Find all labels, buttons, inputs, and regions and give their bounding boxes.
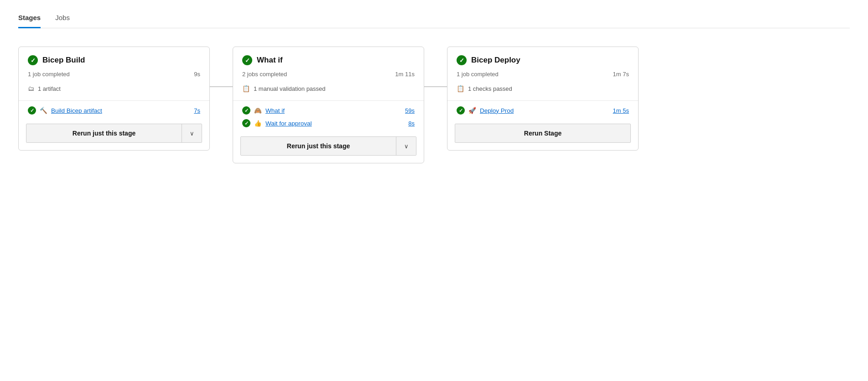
job-row-wait-for-approval: 👍 Wait for approval 8s [242, 119, 415, 127]
stage-duration-bicep-deploy: 1m 7s [613, 71, 629, 78]
stage-info-text-bicep-build: 1 artifact [38, 85, 61, 92]
job-row-what-if-job: 🙈 What if 59s [242, 106, 415, 115]
stage-meta-bicep-build: 1 job completed 9s [28, 71, 200, 78]
stage-info-text-bicep-deploy: 1 checks passed [468, 85, 512, 92]
job-status-icon-build-bicep-artifact [28, 106, 36, 115]
stage-card-bicep-build: Bicep Build 1 job completed 9s 🗂 1 artif… [18, 47, 210, 151]
jobs-section-bicep-build: 🔨 Build Bicep artifact 7s [19, 101, 209, 118]
tab-stages[interactable]: Stages [18, 9, 41, 28]
job-row-deploy-prod: 🚀 Deploy Prod 1m 5s [457, 106, 629, 115]
stages-container: Bicep Build 1 job completed 9s 🗂 1 artif… [18, 47, 850, 163]
rerun-btn-solo-bicep-deploy[interactable]: Rerun Stage [455, 124, 631, 143]
job-time-wait-for-approval[interactable]: 8s [408, 120, 415, 127]
stage-meta-bicep-deploy: 1 job completed 1m 7s [457, 71, 629, 78]
rerun-section-what-if: Rerun just this stage ∨ [233, 131, 424, 163]
checks-icon: 📋 [457, 85, 464, 92]
stage-info-text-what-if: 1 manual validation passed [254, 85, 326, 92]
job-time-build-bicep-artifact[interactable]: 7s [194, 107, 200, 114]
stage-title-row-what-if: What if [242, 55, 415, 65]
stage-connector-2 [424, 86, 447, 87]
tab-jobs[interactable]: Jobs [55, 9, 70, 28]
stage-jobs-summary-bicep-build: 1 job completed [28, 71, 70, 78]
job-link-wait-for-approval[interactable]: Wait for approval [265, 120, 405, 127]
rerun-btn-chevron-what-if[interactable]: ∨ [396, 137, 416, 155]
stage-connector-1 [210, 86, 233, 87]
tabs-bar: Stages Jobs [18, 9, 850, 28]
stage-info-what-if: 📋 1 manual validation passed [242, 81, 415, 94]
job-link-deploy-prod[interactable]: Deploy Prod [480, 107, 609, 114]
stage-title-bicep-deploy: Bicep Deploy [471, 56, 520, 65]
job-status-icon-deploy-prod [457, 106, 465, 115]
chevron-down-icon-2: ∨ [404, 143, 409, 150]
job-link-what-if-job[interactable]: What if [265, 107, 401, 114]
stage-title-bicep-build: Bicep Build [42, 56, 85, 65]
job-emoji-what-if-job: 🙈 [254, 107, 262, 114]
stage-duration-bicep-build: 9s [194, 71, 200, 78]
job-status-icon-what-if-job [242, 106, 250, 115]
stage-meta-what-if: 2 jobs completed 1m 11s [242, 71, 415, 78]
job-row-build-bicep-artifact: 🔨 Build Bicep artifact 7s [28, 106, 200, 115]
stage-status-icon-bicep-build [28, 55, 38, 65]
job-emoji-build-bicep-artifact: 🔨 [40, 107, 47, 114]
rerun-btn-group-bicep-build: Rerun just this stage ∨ [26, 124, 202, 143]
chevron-down-icon: ∨ [190, 130, 194, 137]
stage-status-icon-bicep-deploy [457, 55, 467, 65]
job-time-what-if-job[interactable]: 59s [405, 107, 415, 114]
jobs-section-bicep-deploy: 🚀 Deploy Prod 1m 5s [447, 101, 638, 118]
job-status-icon-wait-for-approval [242, 119, 250, 127]
rerun-section-bicep-deploy: Rerun Stage [447, 118, 638, 150]
stage-header-bicep-build: Bicep Build 1 job completed 9s 🗂 1 artif… [19, 47, 209, 100]
job-time-deploy-prod[interactable]: 1m 5s [613, 107, 629, 114]
stage-title-row-bicep-deploy: Bicep Deploy [457, 55, 629, 65]
stage-status-icon-what-if [242, 55, 252, 65]
rerun-section-bicep-build: Rerun just this stage ∨ [19, 118, 209, 150]
jobs-section-what-if: 🙈 What if 59s 👍 Wait for approval 8s [233, 101, 424, 131]
stage-header-bicep-deploy: Bicep Deploy 1 job completed 1m 7s 📋 1 c… [447, 47, 638, 100]
stage-title-row: Bicep Build [28, 55, 200, 65]
stage-header-what-if: What if 2 jobs completed 1m 11s 📋 1 manu… [233, 47, 424, 100]
stage-card-bicep-deploy: Bicep Deploy 1 job completed 1m 7s 📋 1 c… [447, 47, 639, 151]
rerun-btn-main-what-if[interactable]: Rerun just this stage [241, 137, 396, 155]
stage-duration-what-if: 1m 11s [395, 71, 415, 78]
artifact-icon: 🗂 [28, 85, 34, 92]
stage-info-bicep-build: 🗂 1 artifact [28, 81, 200, 94]
stage-card-what-if: What if 2 jobs completed 1m 11s 📋 1 manu… [233, 47, 424, 163]
job-emoji-deploy-prod: 🚀 [468, 107, 476, 114]
rerun-btn-group-what-if: Rerun just this stage ∨ [240, 136, 416, 156]
stage-info-bicep-deploy: 📋 1 checks passed [457, 81, 629, 94]
stage-jobs-summary-bicep-deploy: 1 job completed [457, 71, 499, 78]
job-emoji-wait-for-approval: 👍 [254, 120, 262, 127]
stage-title-what-if: What if [257, 56, 283, 65]
rerun-btn-chevron-bicep-build[interactable]: ∨ [182, 124, 202, 142]
stage-jobs-summary-what-if: 2 jobs completed [242, 71, 287, 78]
rerun-btn-main-bicep-build[interactable]: Rerun just this stage [26, 124, 182, 142]
job-link-build-bicep-artifact[interactable]: Build Bicep artifact [51, 107, 190, 114]
validation-icon: 📋 [242, 85, 250, 92]
